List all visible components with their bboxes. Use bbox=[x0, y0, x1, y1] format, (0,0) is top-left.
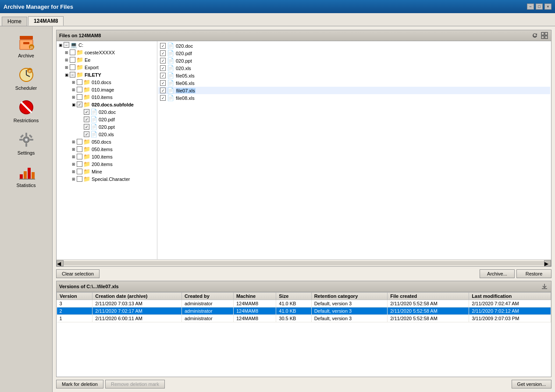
minimize-button[interactable]: − bbox=[527, 4, 534, 10]
sidebar-item-statistics[interactable]: Statistics bbox=[4, 160, 48, 191]
sidebar-item-restrictions[interactable]: Restrictions bbox=[4, 95, 48, 126]
file-list-pane[interactable]: 📄 020.doc 📄 020.pdf 📄 020.ppt bbox=[157, 41, 551, 259]
file-item-file07xls[interactable]: 📄 file07.xls bbox=[158, 87, 550, 94]
tree-expand-ee[interactable]: ⊞ bbox=[64, 57, 70, 63]
file-checkbox-020ppt[interactable] bbox=[160, 58, 166, 64]
archive-button[interactable]: Archive... bbox=[480, 269, 515, 278]
tree-checkbox-c[interactable] bbox=[64, 42, 69, 48]
get-version-button[interactable]: Get version... bbox=[512, 380, 551, 388]
tree-node-coestexxxxx[interactable]: ⊞ 📁 coesteXXXXX bbox=[57, 49, 157, 56]
tree-node-050docs[interactable]: ⊞ 📁 050.docs bbox=[57, 138, 157, 145]
tree-checkbox-010docs[interactable] bbox=[77, 79, 82, 85]
tree-pane[interactable]: ▣ 💻 C: ⊞ 📁 coesteXXXXX ⊞ bbox=[57, 41, 157, 259]
file-item-file08xls[interactable]: 📄 file08.xls bbox=[158, 94, 550, 102]
sidebar-item-scheduler[interactable]: 2! Scheduler bbox=[4, 63, 48, 94]
tree-checkbox-mine[interactable] bbox=[77, 169, 82, 174]
file-checkbox-020pdf[interactable] bbox=[160, 50, 166, 56]
tree-expand-mine[interactable]: ⊞ bbox=[71, 169, 77, 175]
tree-checkbox-specialchar[interactable] bbox=[77, 176, 82, 182]
file-checkbox-020doc[interactable] bbox=[160, 43, 166, 49]
tree-node-specialchar[interactable]: ⊞ 📁 Special.Character bbox=[57, 175, 157, 183]
tree-expand-filety[interactable]: ▣ bbox=[64, 72, 70, 78]
tree-checkbox-050items[interactable] bbox=[77, 146, 82, 152]
tree-node-mine[interactable]: ⊞ 📁 Mine bbox=[57, 168, 157, 175]
tree-checkbox-050docs[interactable] bbox=[77, 139, 82, 145]
tree-node-020xls[interactable]: ⊞ 📄 020.xls bbox=[57, 131, 157, 138]
mark-deletion-button[interactable]: Mark for deletion bbox=[56, 380, 103, 388]
tree-node-100items[interactable]: ⊞ 📁 100.items bbox=[57, 153, 157, 160]
file-item-file06xls[interactable]: 📄 file06.xls bbox=[158, 79, 550, 87]
restore-button[interactable]: Restore bbox=[516, 269, 551, 278]
tree-expand-010image[interactable]: ⊞ bbox=[71, 87, 77, 93]
tree-node-ee[interactable]: ⊞ 📁 Ee bbox=[57, 56, 157, 64]
tree-node-200items[interactable]: ⊞ 📁 200.items bbox=[57, 160, 157, 168]
file-checkbox-file07xls[interactable] bbox=[160, 88, 166, 93]
version-row-3[interactable]: 3 2/11/2020 7:03:13 AM administrator 124… bbox=[57, 300, 551, 307]
tree-expand-100items[interactable]: ⊞ bbox=[71, 154, 77, 160]
close-button[interactable]: × bbox=[544, 4, 551, 10]
tree-expand-020docs[interactable]: ▣ bbox=[71, 102, 77, 108]
tree-expand-010docs[interactable]: ⊞ bbox=[71, 79, 77, 85]
tree-checkbox-coeste[interactable] bbox=[70, 49, 75, 55]
tree-expand-c[interactable]: ▣ bbox=[57, 42, 64, 48]
refresh-icon[interactable] bbox=[531, 32, 539, 39]
tree-expand-export[interactable]: ⊞ bbox=[64, 64, 70, 71]
tree-checkbox-010image[interactable] bbox=[77, 87, 82, 92]
tab-home[interactable]: Home bbox=[2, 17, 27, 26]
tree-node-export[interactable]: ⊞ 📁 Export bbox=[57, 64, 157, 71]
file-item-020pdf[interactable]: 📄 020.pdf bbox=[158, 49, 550, 57]
tree-checkbox-100items[interactable] bbox=[77, 154, 82, 159]
tree-node-020ppt[interactable]: ⊞ 📄 020.ppt bbox=[57, 123, 157, 131]
file-item-020ppt[interactable]: 📄 020.ppt bbox=[158, 57, 550, 64]
scroll-right-btn[interactable]: ▶ bbox=[544, 260, 551, 266]
tree-checkbox-020doc[interactable] bbox=[84, 109, 89, 115]
version-row-2[interactable]: 2 2/11/2020 7:02:17 AM administrator 124… bbox=[57, 307, 551, 315]
file-item-file05xls[interactable]: 📄 file05.xls bbox=[158, 72, 550, 79]
tree-hscroll[interactable]: ◀ ▶ bbox=[57, 259, 551, 266]
tree-checkbox-export[interactable] bbox=[70, 64, 75, 70]
sidebar-item-archive[interactable]: 2! Archive bbox=[4, 31, 48, 61]
version-row-1[interactable]: 1 2/11/2020 6:00:11 AM administrator 124… bbox=[57, 315, 551, 322]
tree-node-020docssubfol[interactable]: ▣ 📁 020.docs.subfolde bbox=[57, 101, 157, 108]
tree-checkbox-020pdf[interactable] bbox=[84, 117, 89, 122]
tree-checkbox-ee[interactable] bbox=[70, 57, 75, 63]
tree-expand-050items[interactable]: ⊞ bbox=[71, 146, 77, 152]
tree-expand-050docs[interactable]: ⊞ bbox=[71, 139, 77, 145]
tree-node-020pdf[interactable]: ⊞ 📄 020.pdf bbox=[57, 116, 157, 123]
tree-checkbox-200items[interactable] bbox=[77, 161, 82, 167]
tab-124mam8[interactable]: 124MAM8 bbox=[28, 16, 64, 26]
download-icon[interactable] bbox=[541, 283, 548, 290]
tree-checkbox-020docs[interactable] bbox=[77, 102, 82, 107]
file-item-020xls[interactable]: 📄 020.xls bbox=[158, 64, 550, 72]
folder-icon-050docs: 📁 bbox=[83, 138, 90, 145]
remove-deletion-button[interactable]: Remove deletion mark bbox=[105, 380, 165, 388]
cell-filecreated-3: 2/11/2020 5:52:58 AM bbox=[388, 300, 469, 307]
tree-expand-coeste[interactable]: ⊞ bbox=[64, 49, 70, 56]
file-checkbox-file05xls[interactable] bbox=[160, 73, 166, 78]
tree-expand-200items[interactable]: ⊞ bbox=[71, 161, 77, 167]
view-options-icon[interactable] bbox=[541, 32, 548, 39]
file-item-020doc[interactable]: 📄 020.doc bbox=[158, 42, 550, 49]
tree-expand-specialchar[interactable]: ⊞ bbox=[71, 176, 77, 182]
tree-node-c[interactable]: ▣ 💻 C: bbox=[57, 41, 157, 49]
tree-checkbox-020ppt[interactable] bbox=[84, 124, 89, 130]
tree-node-filety[interactable]: ▣ 📁 FILETY bbox=[57, 71, 157, 78]
restore-button[interactable]: □ bbox=[536, 4, 543, 10]
tree-node-050items[interactable]: ⊞ 📁 050.items bbox=[57, 145, 157, 153]
tree-node-010image[interactable]: ⊞ 📁 010.image bbox=[57, 86, 157, 93]
scroll-left-btn[interactable]: ◀ bbox=[57, 260, 64, 266]
tree-label-100items: 100.items bbox=[92, 154, 113, 159]
tree-node-010docs[interactable]: ⊞ 📁 010.docs bbox=[57, 78, 157, 86]
sidebar-item-settings[interactable]: Settings bbox=[4, 128, 48, 159]
tree-node-020doc[interactable]: ⊞ 📄 020.doc bbox=[57, 108, 157, 116]
tree-node-010items[interactable]: ⊞ 📁 010.items bbox=[57, 93, 157, 101]
tree-expand-010items[interactable]: ⊞ bbox=[71, 94, 77, 100]
tree-checkbox-filety[interactable] bbox=[70, 72, 75, 78]
file-checkbox-file08xls[interactable] bbox=[160, 95, 166, 101]
file-checkbox-file06xls[interactable] bbox=[160, 80, 166, 86]
tree-checkbox-010items[interactable] bbox=[77, 94, 82, 100]
versions-title: Versions of C:\...\file07.xls bbox=[59, 284, 119, 289]
file-checkbox-020xls[interactable] bbox=[160, 65, 166, 71]
clear-selection-button[interactable]: Clear selection bbox=[56, 269, 100, 278]
tree-checkbox-020xls[interactable] bbox=[84, 131, 89, 137]
